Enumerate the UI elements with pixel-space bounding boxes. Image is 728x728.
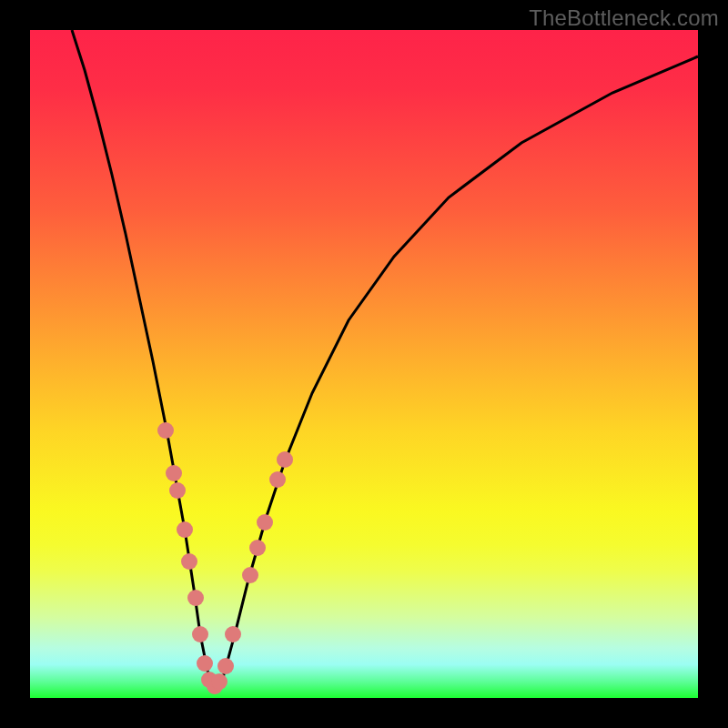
data-point xyxy=(181,553,197,570)
data-point xyxy=(157,422,174,439)
data-point xyxy=(217,658,234,674)
plot-area xyxy=(30,30,698,698)
data-point xyxy=(197,655,213,672)
data-point xyxy=(192,626,208,642)
data-point xyxy=(277,451,293,468)
data-point xyxy=(249,540,266,556)
data-point xyxy=(257,514,273,531)
data-point xyxy=(242,567,258,583)
outer-frame: TheBottleneck.com xyxy=(0,0,728,728)
chart-svg xyxy=(30,30,698,698)
data-point xyxy=(166,465,182,481)
data-point xyxy=(269,471,286,488)
bottleneck-curve xyxy=(72,30,698,689)
watermark-text: TheBottleneck.com xyxy=(529,5,719,31)
data-point xyxy=(211,673,228,690)
data-point xyxy=(177,521,193,538)
data-point xyxy=(187,590,204,606)
data-point xyxy=(225,626,241,642)
data-point xyxy=(169,482,186,499)
marker-group xyxy=(157,422,293,694)
